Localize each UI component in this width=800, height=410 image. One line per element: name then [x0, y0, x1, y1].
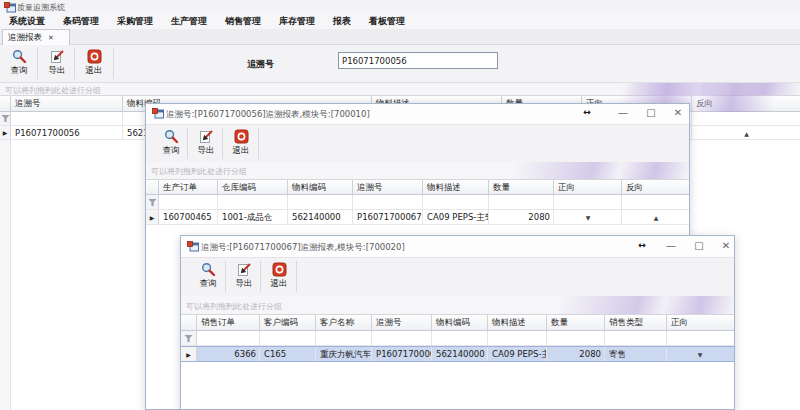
popup2-titlebar[interactable]: 追溯号:[P16071700067]追溯报表,模块号:[700020] ↔ — … [181, 236, 734, 258]
cell-material-desc[interactable]: CA09 PEPS-主... [488, 347, 547, 361]
filter-cell[interactable] [547, 331, 605, 345]
cell-customer-name[interactable]: 重庆力帆汽车... [316, 347, 372, 361]
column-header-material-code[interactable]: 物料编码 [288, 180, 353, 194]
close-button[interactable]: ✕ [667, 107, 689, 118]
cell-material-desc[interactable]: CA09 PEPS-主驾... [423, 210, 489, 224]
query-button[interactable]: 查询 [2, 47, 36, 81]
query-button[interactable]: 查询 [191, 260, 225, 294]
popup2-group-panel[interactable]: 可以将列拖到此处进行分组 [181, 296, 734, 314]
filter-cell[interactable] [197, 331, 260, 345]
main-grid-group-panel[interactable]: 可以将列拖到此处进行分组 [0, 83, 800, 95]
column-header-forward[interactable]: 正向 [554, 180, 622, 194]
column-header-warehouse-code[interactable]: 仓库编码 [218, 180, 288, 194]
cell-sales-type[interactable]: 寄售 [605, 347, 667, 361]
column-header-reverse[interactable]: 反向 [622, 180, 689, 194]
column-header-trace-no[interactable]: 追溯号 [11, 96, 123, 111]
menu-item-report[interactable]: 报表 [324, 14, 360, 29]
dropdown-down-icon[interactable]: ▼ [698, 351, 703, 358]
maximize-button[interactable]: □ [688, 240, 710, 251]
menu-item-sales[interactable]: 销售管理 [216, 14, 270, 29]
cell-trace-no[interactable]: P16071700056 [11, 126, 123, 139]
query-button[interactable]: 查询 [154, 127, 188, 161]
column-header-customer-code[interactable]: 客户编码 [260, 315, 316, 330]
column-header-reverse[interactable]: 反向 [692, 96, 800, 111]
popup1-group-panel[interactable]: 可以将列拖到此处进行分组 [146, 162, 689, 179]
minimize-button[interactable]: — [612, 107, 634, 118]
filter-cell[interactable] [692, 112, 800, 125]
filter-cell[interactable] [288, 195, 353, 209]
export-button[interactable]: 导出 [40, 47, 74, 81]
menu-item-purchase[interactable]: 采购管理 [108, 14, 162, 29]
filter-cell[interactable] [260, 331, 316, 345]
filter-cell[interactable] [353, 195, 423, 209]
popup1-titlebar[interactable]: 追溯号:[P16071700056]追溯报表,模块号:[700010] ↔ — … [146, 104, 689, 125]
menu-item-inventory[interactable]: 库存管理 [270, 14, 324, 29]
cell-material-code[interactable]: 562140000 [432, 347, 488, 361]
dock-pin-icon[interactable]: ↔ [576, 107, 598, 117]
dropdown-down-icon[interactable]: ▼ [586, 214, 591, 221]
filter-cell[interactable] [316, 331, 372, 345]
filter-cell[interactable] [372, 331, 432, 345]
close-button[interactable]: ✕ [715, 240, 737, 251]
filter-cell[interactable] [218, 195, 288, 209]
menu-item-barcode[interactable]: 条码管理 [54, 14, 108, 29]
filter-cell[interactable] [489, 195, 554, 209]
popup2-data-row-selected[interactable]: ▶ 6366 C165 重庆力帆汽车... P16071700067 56214… [181, 346, 734, 362]
filter-cell[interactable] [11, 112, 123, 125]
cell-trace-no[interactable]: P16071700067 [372, 347, 432, 361]
exit-button-label: 退出 [86, 65, 103, 77]
column-header-qty[interactable]: 数量 [489, 180, 554, 194]
column-header-trace-no[interactable]: 追溯号 [372, 315, 432, 330]
filter-cell[interactable] [423, 195, 489, 209]
export-button[interactable]: 导出 [227, 260, 261, 294]
dock-pin-icon[interactable]: ↔ [631, 240, 653, 250]
maximize-button[interactable]: □ [640, 107, 662, 118]
column-header-qty[interactable]: 数量 [547, 315, 605, 330]
tab-trace-report[interactable]: 追溯报表 ✕ [2, 29, 70, 45]
minimize-button[interactable]: — [660, 240, 682, 251]
cell-forward-dropdown[interactable]: ▼ [667, 347, 732, 361]
cell-production-order[interactable]: 160700465 [159, 210, 218, 224]
column-header-material-desc[interactable]: 物料描述 [423, 180, 489, 194]
filter-cell[interactable] [554, 195, 622, 209]
trace-no-input[interactable] [338, 52, 498, 69]
popup1-data-row[interactable]: ▶ 160700465 1001-成品仓 562140000 P16071700… [146, 210, 689, 225]
cell-forward-dropdown[interactable]: ▼ [554, 210, 622, 224]
menu-item-production[interactable]: 生产管理 [162, 14, 216, 29]
dropdown-up-icon[interactable]: ▲ [654, 214, 659, 221]
popup2-filter-row[interactable] [181, 331, 734, 346]
popup1-filter-row[interactable] [146, 195, 689, 210]
filter-cell[interactable] [667, 331, 732, 345]
filter-cell[interactable] [605, 331, 667, 345]
cell-qty[interactable]: 2080 [547, 347, 605, 361]
cell-material-code[interactable]: 562140000 [288, 210, 353, 224]
column-header-material-code[interactable]: 物料编码 [432, 315, 488, 330]
cell-reverse-dropdown[interactable]: ▲ [692, 126, 800, 139]
export-button[interactable]: 导出 [189, 127, 223, 161]
cell-reverse-dropdown[interactable]: ▲ [622, 210, 689, 224]
exit-button[interactable]: 退出 [224, 127, 258, 161]
filter-cell[interactable] [622, 195, 689, 209]
cell-qty[interactable]: 2080 [489, 210, 554, 224]
column-header-sales-order[interactable]: 销售订单 [197, 315, 260, 330]
column-header-trace-no[interactable]: 追溯号 [353, 180, 423, 194]
column-header-production-order[interactable]: 生产订单 [159, 180, 218, 194]
cell-warehouse-code[interactable]: 1001-成品仓 [218, 210, 288, 224]
filter-cell[interactable] [432, 331, 488, 345]
menu-item-dashboard[interactable]: 看板管理 [360, 14, 414, 29]
cell-customer-code[interactable]: C165 [260, 347, 316, 361]
cell-sales-order[interactable]: 6366 [197, 347, 260, 361]
filter-cell[interactable] [488, 331, 547, 345]
menu-item-system-settings[interactable]: 系统设置 [0, 14, 54, 29]
cell-trace-no[interactable]: P16071700067 [353, 210, 423, 224]
column-header-customer-name[interactable]: 客户名称 [316, 315, 372, 330]
column-header-forward[interactable]: 正向 [667, 315, 732, 330]
trace-no-label: 追溯号 [247, 58, 274, 71]
tab-close-icon[interactable]: ✕ [48, 34, 54, 42]
exit-button[interactable]: 退出 [77, 47, 111, 81]
dropdown-up-icon[interactable]: ▲ [744, 130, 749, 137]
exit-button[interactable]: 退出 [262, 260, 296, 294]
filter-cell[interactable] [159, 195, 218, 209]
column-header-material-desc[interactable]: 物料描述 [488, 315, 547, 330]
column-header-sales-type[interactable]: 销售类型 [605, 315, 667, 330]
